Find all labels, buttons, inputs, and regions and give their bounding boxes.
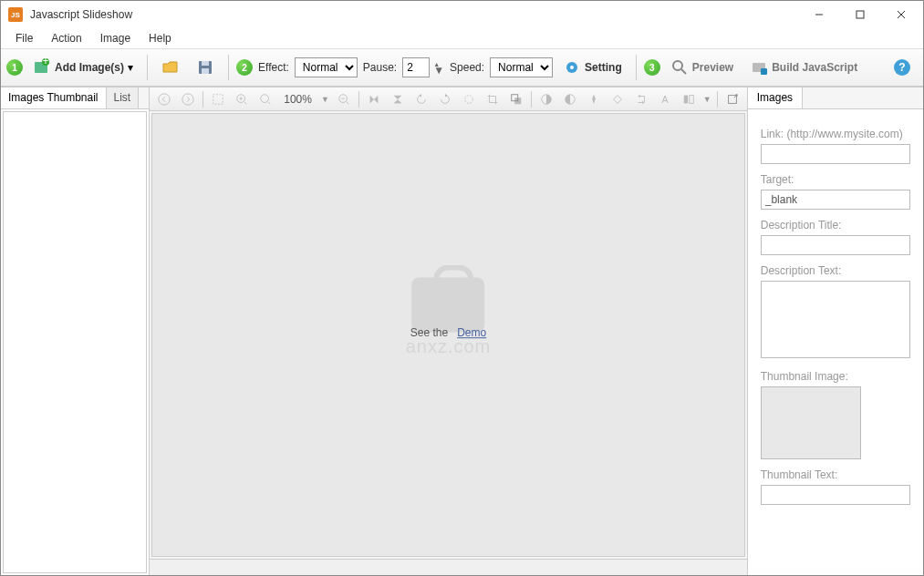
svg-rect-8 — [202, 61, 209, 66]
svg-line-26 — [268, 101, 271, 104]
resize-icon[interactable] — [507, 90, 525, 108]
brightness-icon[interactable] — [561, 90, 579, 108]
canvas-placeholder: See the Demo — [410, 326, 486, 339]
svg-rect-32 — [514, 98, 521, 104]
setting-button[interactable]: Setting — [556, 54, 628, 81]
svg-point-25 — [261, 94, 269, 102]
pause-spinner[interactable]: ▲▼ — [433, 61, 444, 74]
text-icon[interactable]: A — [656, 90, 674, 108]
speed-label: Speed: — [448, 61, 486, 74]
zoom-out-icon[interactable] — [335, 90, 353, 108]
watermark: anxz.com — [406, 278, 492, 357]
flip-v-icon[interactable] — [365, 90, 383, 108]
build-label: Build JavaScript — [772, 61, 857, 74]
main-toolbar: 1 + Add Image(s) ▾ 2 Effect: Normal Paus… — [1, 48, 923, 87]
status-bar — [150, 559, 747, 575]
open-button[interactable] — [155, 54, 186, 81]
zoom-dropdown-icon[interactable]: ▼ — [321, 95, 329, 104]
image-toolbar: 100% ▼ A ▼ — [150, 87, 747, 111]
svg-rect-1 — [857, 11, 864, 18]
svg-line-22 — [244, 101, 247, 104]
effect2-icon[interactable] — [608, 90, 627, 108]
svg-point-18 — [159, 93, 170, 104]
effect-label: Effect: — [256, 61, 291, 74]
crop-icon[interactable] — [483, 90, 502, 108]
save-button[interactable] — [190, 54, 221, 81]
effect1-icon[interactable] — [585, 90, 603, 108]
minimize-button[interactable] — [798, 2, 839, 27]
svg-text:+: + — [42, 58, 48, 67]
add-images-button[interactable]: + Add Image(s) ▾ — [26, 54, 140, 81]
toolbar-dropdown-icon[interactable]: ▼ — [703, 95, 711, 104]
menu-image[interactable]: Image — [91, 30, 140, 46]
thumbnail-image-box[interactable] — [761, 386, 861, 459]
app-icon: JS — [8, 7, 23, 22]
tab-list[interactable]: List — [107, 87, 140, 108]
thumbnail-text-label: Thumbnail Text: — [761, 468, 910, 481]
left-tabs: Images Thumbnail List — [1, 87, 149, 109]
svg-text:?: ? — [898, 61, 905, 74]
canvas-area[interactable]: anxz.com See the Demo — [151, 113, 745, 557]
svg-line-13 — [681, 69, 686, 74]
apply-icon[interactable] — [723, 90, 742, 108]
step-2-badge: 2 — [236, 59, 253, 76]
fit-icon[interactable] — [209, 90, 227, 108]
link-input[interactable] — [761, 144, 910, 164]
maximize-button[interactable] — [839, 2, 880, 27]
contrast-icon[interactable] — [537, 90, 555, 108]
add-images-label: Add Image(s) — [55, 61, 124, 74]
target-label: Target: — [761, 173, 910, 186]
help-button[interactable]: ? — [887, 54, 918, 81]
nav-first-icon[interactable] — [155, 90, 173, 108]
right-tabs: Images — [748, 87, 923, 109]
rotate-free-icon[interactable] — [460, 90, 478, 108]
menu-bar: File Action Image Help — [1, 28, 923, 48]
dropdown-arrow-icon: ▾ — [128, 61, 133, 74]
svg-rect-20 — [213, 94, 223, 104]
main-area: Images Thumbnail List 100% ▼ — [1, 87, 923, 575]
svg-text:A: A — [661, 93, 668, 104]
svg-point-11 — [570, 66, 574, 69]
thumbnail-text-input[interactable] — [761, 485, 910, 505]
description-text-input[interactable] — [761, 281, 910, 358]
svg-rect-15 — [761, 68, 767, 75]
effect3-icon[interactable] — [632, 90, 650, 108]
rotate-left-icon[interactable] — [412, 90, 431, 108]
menu-help[interactable]: Help — [140, 30, 181, 46]
see-the-text: See the — [410, 326, 448, 339]
window-title: Javascript Slideshow — [30, 8, 798, 21]
tab-images-properties[interactable]: Images — [748, 87, 803, 108]
rotate-right-icon[interactable] — [436, 90, 454, 108]
preview-label: Preview — [692, 61, 733, 74]
flip-h-icon[interactable] — [389, 90, 407, 108]
help-icon: ? — [893, 58, 911, 77]
build-javascript-button[interactable]: Build JavaScript — [743, 54, 864, 81]
svg-line-28 — [346, 101, 348, 104]
preview-button[interactable]: Preview — [664, 54, 740, 81]
thumbnail-image-label: Thumbnail Image: — [761, 370, 910, 383]
compare-icon[interactable] — [680, 90, 698, 108]
description-title-input[interactable] — [761, 235, 910, 255]
left-panel: Images Thumbnail List — [1, 87, 150, 575]
thumbnail-list[interactable] — [3, 111, 147, 573]
description-title-label: Description Title: — [761, 219, 910, 231]
tab-images-thumbnail[interactable]: Images Thumbnail — [1, 87, 107, 108]
effect-select[interactable]: Normal — [295, 57, 358, 77]
speed-select[interactable]: Normal — [490, 57, 553, 77]
save-icon — [196, 58, 214, 77]
close-button[interactable] — [880, 2, 921, 27]
menu-action[interactable]: Action — [42, 30, 90, 46]
build-icon — [750, 58, 768, 77]
magnifier-icon — [670, 58, 689, 77]
nav-last-icon[interactable] — [179, 90, 197, 108]
pause-input[interactable] — [402, 57, 430, 77]
zoom-in-icon[interactable] — [233, 90, 251, 108]
center-panel: 100% ▼ A ▼ anxz.com — [150, 87, 747, 575]
target-input[interactable] — [761, 190, 910, 210]
menu-file[interactable]: File — [6, 30, 42, 46]
zoom-default-icon[interactable] — [256, 90, 275, 108]
title-bar: JS Javascript Slideshow — [1, 1, 923, 28]
demo-link[interactable]: Demo — [457, 326, 486, 339]
svg-point-12 — [673, 61, 682, 70]
link-label: Link: (http://www.mysite.com) — [761, 128, 910, 140]
